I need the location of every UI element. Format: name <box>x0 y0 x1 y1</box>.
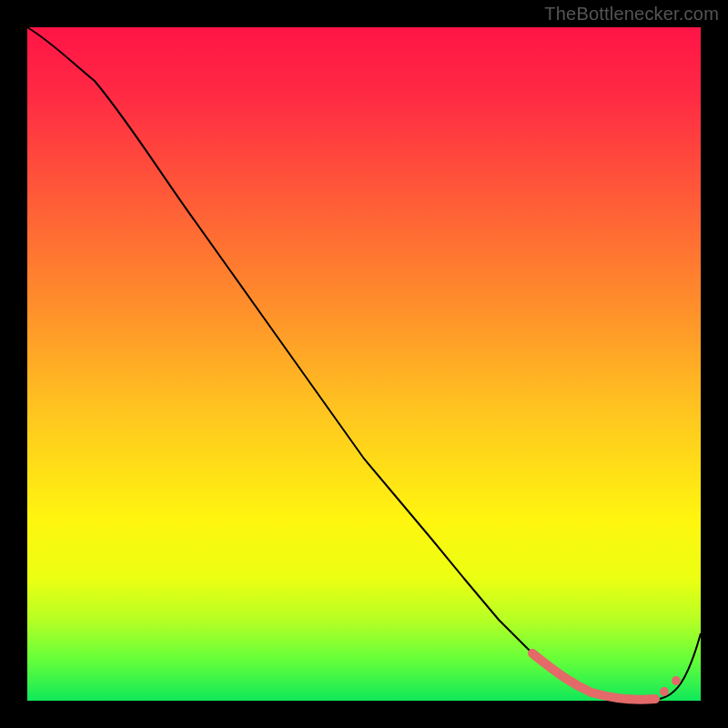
chart-frame: TheBottlenecker.com <box>0 0 728 728</box>
optimal-zone-descending <box>532 653 590 692</box>
watermark-text: TheBottlenecker.com <box>544 4 719 25</box>
optimal-zone-flat <box>592 693 655 700</box>
optimal-zone-dot-2 <box>672 676 681 685</box>
plot-area <box>27 27 701 701</box>
bottleneck-curve <box>27 27 701 700</box>
curve-overlay <box>27 27 701 701</box>
optimal-zone-dot-1 <box>660 687 669 696</box>
